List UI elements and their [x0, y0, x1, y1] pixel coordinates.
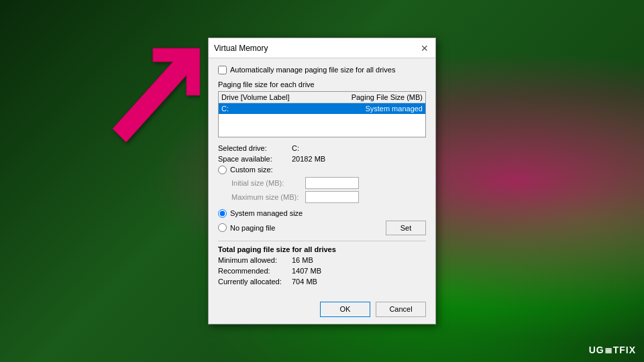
drive-header-size: Paging File Size (MB) [335, 93, 423, 101]
space-available-label: Space available: [218, 155, 292, 163]
recommended-label: Recommended: [218, 267, 292, 275]
max-size-row: Maximum size (MB): [231, 191, 426, 203]
close-button[interactable]: ✕ [419, 43, 430, 54]
selected-drive-row: Selected drive: C: [218, 144, 426, 152]
virtual-memory-dialog: Virtual Memory ✕ Automatically manage pa… [208, 38, 436, 324]
set-button[interactable]: Set [386, 221, 426, 235]
paging-section-label: Paging file size for each drive [218, 80, 426, 88]
drive-table: Drive [Volume Label] Paging File Size (M… [218, 91, 426, 137]
no-paging-radio[interactable] [218, 223, 227, 232]
drive-cell: C: [221, 105, 335, 113]
selected-drive-value: C: [292, 144, 299, 152]
auto-manage-row: Automatically manage paging file size fo… [218, 65, 426, 74]
system-managed-row: System managed size [218, 209, 426, 218]
drive-header-drive: Drive [Volume Label] [221, 93, 335, 101]
ok-button[interactable]: OK [320, 302, 370, 317]
initial-size-row: Initial size (MB): [231, 177, 426, 189]
cancel-button[interactable]: Cancel [376, 302, 426, 317]
recommended-row: Recommended: 1407 MB [218, 267, 426, 275]
selected-drive-label: Selected drive: [218, 144, 292, 152]
size-cell: System managed [335, 105, 423, 113]
table-row[interactable]: C: System managed [219, 103, 425, 114]
system-managed-radio[interactable] [218, 209, 227, 218]
recommended-value: 1407 MB [292, 267, 321, 275]
max-size-label: Maximum size (MB): [231, 193, 305, 201]
watermark: UG≣TFIX [589, 345, 636, 355]
minimum-allowed-value: 16 MB [292, 256, 313, 264]
custom-size-label: Custom size: [230, 166, 273, 174]
no-paging-label: No paging file [230, 224, 275, 232]
dialog-content: Automatically manage paging file size fo… [209, 58, 435, 294]
no-paging-row: No paging file [218, 223, 275, 232]
title-bar: Virtual Memory ✕ [209, 38, 435, 58]
currently-allocated-row: Currently allocated: 704 MB [218, 278, 426, 286]
initial-size-input[interactable] [305, 177, 359, 189]
dialog-buttons: OK Cancel [209, 295, 435, 324]
minimum-allowed-label: Minimum allowed: [218, 256, 292, 264]
minimum-allowed-row: Minimum allowed: 16 MB [218, 256, 426, 264]
currently-allocated-value: 704 MB [292, 278, 317, 286]
total-paging-title: Total paging file size for all drives [218, 245, 426, 253]
auto-manage-label: Automatically manage paging file size fo… [230, 65, 395, 74]
custom-size-radio[interactable] [218, 166, 227, 174]
space-available-value: 20182 MB [292, 155, 325, 163]
dialog-overlay: Virtual Memory ✕ Automatically manage pa… [0, 0, 644, 362]
currently-allocated-label: Currently allocated: [218, 278, 292, 286]
initial-size-label: Initial size (MB): [231, 179, 305, 187]
max-size-input[interactable] [305, 191, 359, 203]
custom-size-row: Custom size: [218, 166, 426, 174]
space-available-row: Space available: 20182 MB [218, 155, 426, 163]
drive-table-body: C: System managed [219, 103, 425, 137]
section-divider [218, 241, 426, 241]
custom-size-inputs: Initial size (MB): Maximum size (MB): [231, 177, 426, 205]
dialog-title: Virtual Memory [214, 44, 268, 53]
system-managed-label: System managed size [230, 209, 303, 217]
drive-table-header: Drive [Volume Label] Paging File Size (M… [219, 92, 425, 103]
auto-manage-checkbox[interactable] [218, 66, 227, 74]
